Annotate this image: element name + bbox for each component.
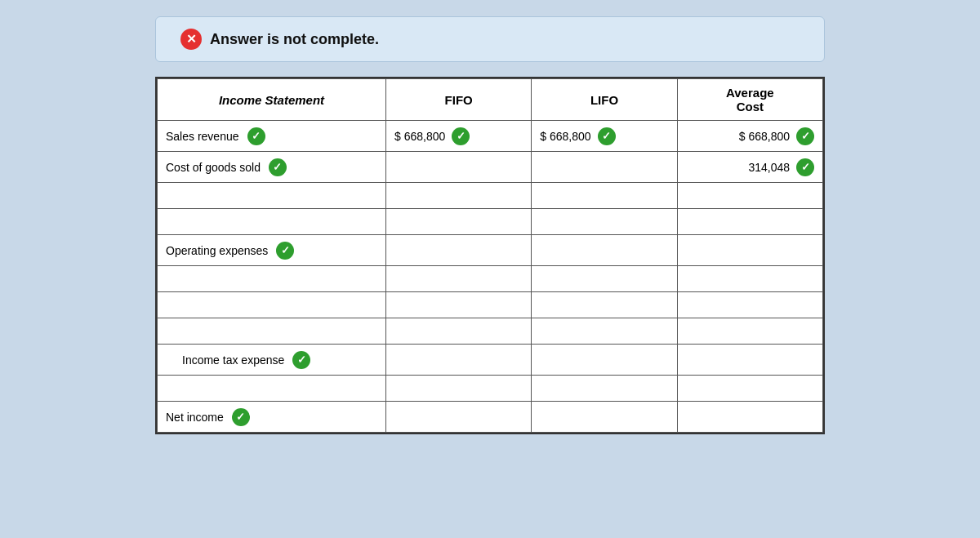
empty-cell bbox=[532, 292, 677, 318]
empty-cell bbox=[386, 376, 532, 402]
row-label-cell: Net income✓ bbox=[158, 402, 386, 433]
empty-cell bbox=[158, 292, 386, 318]
check-icon: ✓ bbox=[276, 242, 294, 260]
empty-cell bbox=[158, 266, 386, 292]
check-icon: ✓ bbox=[269, 158, 287, 176]
fifo-cell bbox=[386, 152, 532, 183]
row-label: Operating expenses bbox=[166, 244, 268, 257]
empty-cell bbox=[532, 183, 677, 209]
empty-cell bbox=[677, 209, 822, 235]
empty-cell bbox=[532, 266, 677, 292]
check-icon: ✓ bbox=[796, 127, 814, 145]
error-icon: ✕ bbox=[180, 29, 202, 50]
table-row: Income tax expense✓ bbox=[158, 345, 823, 376]
avg-cost-value: 314,048 bbox=[748, 161, 790, 174]
row-label: Cost of goods sold bbox=[166, 161, 261, 174]
empty-cell bbox=[677, 292, 822, 318]
col-fifo: FIFO bbox=[386, 79, 532, 121]
avg-cost-value: $ 668,800 bbox=[739, 130, 790, 143]
empty-cell bbox=[386, 318, 532, 345]
avg-cost-cell bbox=[677, 235, 822, 266]
empty-cell bbox=[386, 292, 532, 318]
check-icon: ✓ bbox=[598, 127, 616, 145]
check-icon: ✓ bbox=[232, 408, 250, 426]
row-label-cell: Cost of goods sold✓ bbox=[158, 152, 386, 183]
table-row bbox=[158, 183, 823, 209]
row-label-cell: Operating expenses✓ bbox=[158, 235, 386, 266]
empty-cell bbox=[158, 376, 386, 402]
main-table-wrapper: Income Statement FIFO LIFO AverageCost S… bbox=[155, 77, 825, 434]
table-row bbox=[158, 209, 823, 235]
lifo-cell bbox=[532, 235, 677, 266]
table-row bbox=[158, 266, 823, 292]
empty-cell bbox=[677, 376, 822, 402]
avg-cost-cell: 314,048✓ bbox=[677, 152, 822, 183]
table-row bbox=[158, 318, 823, 345]
col-lifo: LIFO bbox=[532, 79, 677, 121]
col-average-cost: AverageCost bbox=[677, 79, 822, 121]
check-icon: ✓ bbox=[247, 127, 265, 145]
empty-cell bbox=[386, 266, 532, 292]
check-icon: ✓ bbox=[796, 158, 814, 176]
empty-cell bbox=[677, 183, 822, 209]
fifo-cell bbox=[386, 235, 532, 266]
empty-cell bbox=[532, 376, 677, 402]
avg-cost-cell bbox=[677, 345, 822, 376]
check-icon: ✓ bbox=[292, 351, 310, 369]
table-row: Sales revenue✓$ 668,800✓$ 668,800✓$ 668,… bbox=[158, 121, 823, 152]
income-statement-table: Income Statement FIFO LIFO AverageCost S… bbox=[157, 78, 823, 433]
lifo-value: $ 668,800 bbox=[540, 130, 590, 143]
answer-banner-text: Answer is not complete. bbox=[210, 31, 379, 48]
row-label: Income tax expense bbox=[182, 353, 284, 367]
row-label: Net income bbox=[166, 411, 224, 424]
empty-cell bbox=[677, 318, 822, 345]
empty-cell bbox=[158, 318, 386, 345]
table-row: Operating expenses✓ bbox=[158, 235, 823, 266]
empty-cell bbox=[158, 209, 386, 235]
lifo-cell bbox=[532, 152, 677, 183]
row-label-cell: Income tax expense✓ bbox=[158, 345, 386, 376]
empty-cell bbox=[532, 318, 677, 345]
answer-banner: ✕ Answer is not complete. bbox=[155, 16, 825, 62]
lifo-cell: $ 668,800✓ bbox=[532, 121, 677, 152]
fifo-cell bbox=[386, 402, 532, 433]
table-header-row: Income Statement FIFO LIFO AverageCost bbox=[158, 79, 823, 121]
empty-cell bbox=[386, 183, 532, 209]
fifo-cell: $ 668,800✓ bbox=[386, 121, 532, 152]
empty-cell bbox=[386, 209, 532, 235]
lifo-cell bbox=[532, 402, 677, 433]
avg-cost-cell: $ 668,800✓ bbox=[677, 121, 822, 152]
table-row bbox=[158, 292, 823, 318]
col-income-statement: Income Statement bbox=[158, 79, 386, 121]
empty-cell bbox=[677, 266, 822, 292]
empty-cell bbox=[532, 209, 677, 235]
avg-cost-cell bbox=[677, 402, 822, 433]
table-row: Cost of goods sold✓314,048✓ bbox=[158, 152, 823, 183]
table-row bbox=[158, 376, 823, 402]
fifo-cell bbox=[386, 345, 532, 376]
fifo-value: $ 668,800 bbox=[394, 130, 445, 143]
row-label: Sales revenue bbox=[166, 130, 239, 143]
lifo-cell bbox=[532, 345, 677, 376]
check-icon: ✓ bbox=[452, 127, 470, 145]
table-row: Net income✓ bbox=[158, 402, 823, 433]
empty-cell bbox=[158, 183, 386, 209]
row-label-cell: Sales revenue✓ bbox=[158, 121, 386, 152]
